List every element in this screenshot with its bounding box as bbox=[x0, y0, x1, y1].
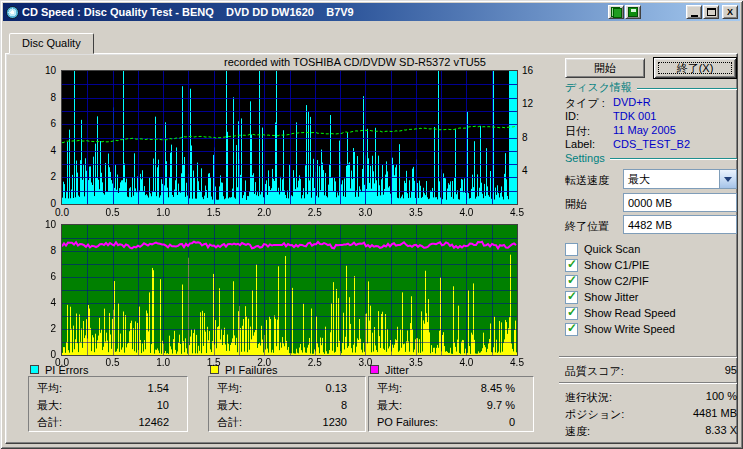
axis-tick-label: 10 bbox=[30, 219, 56, 230]
position-label: ポジション: bbox=[565, 407, 624, 422]
axis-tick-label: 0.5 bbox=[101, 357, 125, 368]
stat-value: 1.54 bbox=[148, 380, 169, 397]
chevron-down-icon bbox=[724, 177, 732, 186]
check-icon: ✓ bbox=[567, 257, 577, 271]
dropdown-button[interactable] bbox=[719, 170, 736, 188]
copy-icon bbox=[611, 7, 622, 18]
checkbox-box[interactable]: ✓ bbox=[565, 259, 578, 272]
title-bar[interactable]: CD Speed : Disc Quality Test - BENQ DVD … bbox=[3, 3, 740, 21]
save-icon bbox=[628, 7, 638, 17]
checkbox-show-c2-pif[interactable]: ✓Show C2/PIF bbox=[565, 273, 737, 289]
maximize-icon bbox=[707, 8, 716, 16]
pi-errors-plot bbox=[61, 70, 518, 205]
stat-value: 10 bbox=[157, 397, 169, 414]
pi-errors-swatch-icon bbox=[30, 365, 39, 374]
axis-tick-label: 2.0 bbox=[252, 357, 276, 368]
stat-label: 最大: bbox=[217, 397, 242, 414]
minimize-button[interactable] bbox=[686, 5, 702, 19]
axis-tick-label: 6 bbox=[30, 271, 56, 282]
disc-info-header-label: ディスク情報 bbox=[565, 80, 632, 95]
copy-screen-button[interactable] bbox=[608, 5, 624, 19]
checkbox-label: Show Read Speed bbox=[584, 307, 676, 319]
speed-value: 8.33 X bbox=[637, 424, 737, 436]
axis-tick-label: 16 bbox=[522, 65, 542, 76]
exit-button[interactable]: 終了(X) bbox=[653, 57, 737, 79]
check-icon: ✓ bbox=[567, 273, 577, 287]
axis-tick-label: 4.5 bbox=[505, 207, 529, 218]
stat-label: 合計: bbox=[217, 414, 242, 431]
minimize-icon bbox=[691, 15, 698, 17]
stat-label: 平均: bbox=[217, 380, 242, 397]
progress-label: 進行状況: bbox=[565, 390, 612, 405]
axis-tick-label: 4.5 bbox=[505, 357, 529, 368]
separator-line bbox=[559, 382, 737, 384]
axis-tick-label: 3.5 bbox=[404, 357, 428, 368]
checkbox-show-jitter[interactable]: ✓Show Jitter bbox=[565, 289, 737, 305]
axis-tick-label: 8 bbox=[522, 132, 542, 143]
maximize-button[interactable] bbox=[703, 5, 719, 19]
tab-label: Disc Quality bbox=[22, 37, 81, 49]
axis-tick-label: 4 bbox=[30, 297, 56, 308]
disc-type-label: タイプ : bbox=[565, 96, 605, 111]
stat-label: 最大: bbox=[377, 397, 402, 414]
axis-tick-label: 2 bbox=[30, 323, 56, 334]
disc-id-value: TDK 001 bbox=[613, 110, 656, 122]
pi-failures-stats-box: 平均:0.13 最大:8 合計:1230 bbox=[208, 376, 366, 432]
tab-disc-quality[interactable]: Disc Quality bbox=[9, 33, 94, 54]
axis-tick-label: 1.5 bbox=[202, 357, 226, 368]
axis-tick-label: 4.0 bbox=[454, 357, 478, 368]
checkbox-box[interactable] bbox=[565, 243, 578, 256]
checkbox-show-c1-pie[interactable]: ✓Show C1/PIE bbox=[565, 257, 737, 273]
axis-tick-label: 2 bbox=[30, 171, 56, 182]
axis-tick-label: 3.0 bbox=[353, 207, 377, 218]
axis-tick-label: 3.5 bbox=[404, 207, 428, 218]
pi-failures-plot bbox=[61, 224, 518, 356]
stat-value: 8.45 % bbox=[481, 380, 515, 397]
end-position-field[interactable] bbox=[623, 215, 737, 234]
checkbox-label: Show Write Speed bbox=[584, 323, 675, 335]
stat-value: 1230 bbox=[323, 414, 347, 431]
transfer-speed-select[interactable]: 最大 bbox=[623, 169, 737, 189]
checkbox-label: Show C1/PIE bbox=[584, 259, 649, 271]
stat-value: 9.7 % bbox=[487, 397, 515, 414]
close-button[interactable]: X bbox=[722, 5, 738, 19]
pi-errors-chart-canvas bbox=[62, 71, 517, 204]
axis-tick-label: 0.5 bbox=[101, 207, 125, 218]
check-icon: ✓ bbox=[567, 305, 577, 319]
checkbox-box[interactable]: ✓ bbox=[565, 291, 578, 304]
checkbox-quick-scan[interactable]: Quick Scan bbox=[565, 241, 737, 257]
axis-tick-label: 4 bbox=[522, 165, 542, 176]
axis-tick-label: 3.0 bbox=[353, 357, 377, 368]
stat-value: 0.13 bbox=[326, 380, 347, 397]
checkbox-show-read-speed[interactable]: ✓Show Read Speed bbox=[565, 305, 737, 321]
axis-tick-label: 6 bbox=[30, 118, 56, 129]
recorded-with-note: recorded with TOSHIBA CD/DVDW SD-R5372 v… bbox=[180, 56, 530, 68]
speed-label: 速度: bbox=[565, 424, 590, 439]
save-results-button[interactable] bbox=[625, 5, 641, 19]
start-button[interactable]: 開始 bbox=[565, 58, 645, 78]
axis-tick-label: 2.0 bbox=[252, 207, 276, 218]
axis-tick-label: 8 bbox=[30, 92, 56, 103]
checkbox-box[interactable]: ✓ bbox=[565, 307, 578, 320]
stat-label: 最大: bbox=[37, 397, 62, 414]
quality-score-label: 品質スコア: bbox=[565, 364, 624, 379]
check-icon: ✓ bbox=[567, 321, 577, 335]
axis-tick-label: 8 bbox=[30, 245, 56, 256]
start-position-field[interactable] bbox=[623, 193, 737, 212]
separator-line bbox=[559, 356, 737, 358]
stat-value: 8 bbox=[341, 397, 347, 414]
progress-value: 100 % bbox=[637, 390, 737, 402]
axis-tick-label: 0.0 bbox=[50, 207, 74, 218]
axis-tick-label: 1.5 bbox=[202, 207, 226, 218]
settings-header-label: Settings bbox=[565, 152, 605, 164]
axis-tick-label: 2.5 bbox=[303, 357, 327, 368]
window-title: CD Speed : Disc Quality Test - BENQ DVD … bbox=[22, 6, 607, 18]
quality-score-value: 95 bbox=[637, 364, 737, 376]
stat-label: 平均: bbox=[377, 380, 402, 397]
axis-tick-label: 12 bbox=[522, 98, 542, 109]
disc-id-label: ID: bbox=[565, 110, 579, 122]
checkbox-box[interactable]: ✓ bbox=[565, 323, 578, 336]
checkbox-show-write-speed[interactable]: ✓Show Write Speed bbox=[565, 321, 737, 337]
checkbox-box[interactable]: ✓ bbox=[565, 275, 578, 288]
pi-failures-chart-canvas bbox=[62, 225, 517, 355]
